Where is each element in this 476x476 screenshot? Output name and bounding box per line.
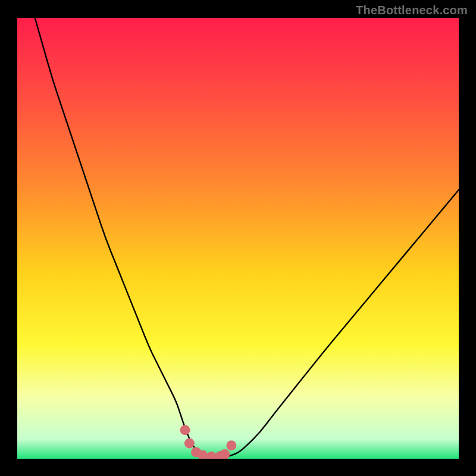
chart-frame: TheBottleneck.com <box>0 0 476 476</box>
trough-marker <box>180 425 190 435</box>
trough-marker <box>226 440 236 450</box>
gradient-background <box>17 18 459 459</box>
bottleneck-chart <box>17 18 459 459</box>
trough-marker <box>184 439 195 449</box>
attribution-watermark: TheBottleneck.com <box>356 4 468 17</box>
